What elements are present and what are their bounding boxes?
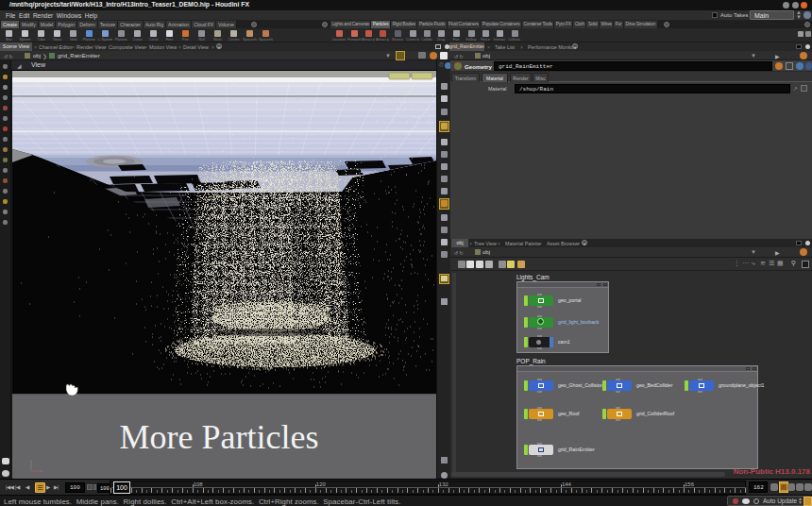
svg-text:More Particles: More Particles xyxy=(120,418,319,456)
